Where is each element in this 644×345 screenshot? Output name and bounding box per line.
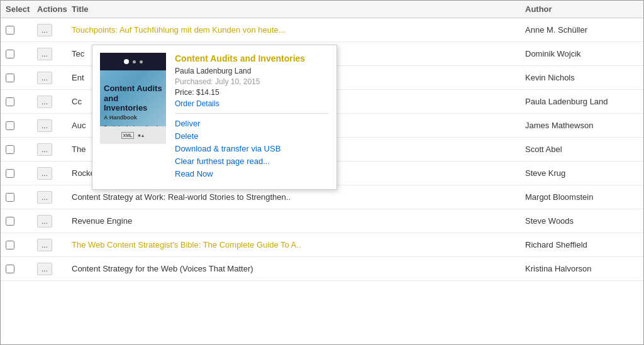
popup-author: Paula Ladenburg Land	[175, 67, 329, 75]
row-checkbox[interactable]	[6, 241, 14, 249]
table-row: ...Revenue EngineSteve Woods	[1, 209, 643, 233]
table-row: ...Touchpoints: Auf Tuchfühlung mit dem …	[1, 18, 643, 42]
actions-button[interactable]: ...	[37, 239, 52, 251]
actions-button[interactable]: ...	[37, 48, 52, 60]
title-link[interactable]: Touchpoints: Auf Tuchfühlung mit dem Kun…	[72, 25, 286, 35]
popup-book-title[interactable]: Content Audits and Inventories	[175, 53, 329, 64]
book-cover: Content Auditsand Inventories A Handbook…	[100, 53, 166, 144]
author-cell: Paula Ladenburg Land	[525, 97, 638, 106]
author-cell: Kristina Halvorson	[525, 264, 638, 273]
popup-order-details-link[interactable]: Order Details	[175, 99, 219, 108]
xml-logo: XML	[121, 132, 135, 139]
row-checkbox[interactable]	[6, 97, 14, 106]
table-row: ...Content Strategy for the Web (Voices …	[1, 257, 643, 281]
author-cell: Kevin Nichols	[525, 73, 638, 82]
dot-small-2	[140, 60, 143, 63]
popup-price: Price: $14.15	[175, 88, 329, 97]
book-table: Select Actions Title Author ...Touchpoin…	[1, 1, 643, 281]
header-title: Title	[72, 4, 525, 14]
table-row: ...The Web Content Strategist's Bible: T…	[1, 233, 643, 257]
title-text: Content Strategy for the Web (Voices Tha…	[72, 264, 253, 273]
actions-button[interactable]: ...	[37, 119, 52, 132]
actions-button[interactable]: ...	[37, 215, 52, 227]
author-cell: Dominik Wojcik	[525, 49, 638, 58]
actions-button[interactable]: ...	[37, 167, 52, 180]
book-cover-bottom: XML ■▲	[100, 126, 166, 144]
actions-button[interactable]: ...	[37, 143, 52, 156]
dot-small-1	[133, 60, 136, 63]
actions-button[interactable]: ...	[37, 263, 52, 275]
row-checkbox[interactable]	[6, 74, 14, 82]
title-text: Ent	[72, 73, 84, 82]
popup-action-delete[interactable]: Delete	[175, 131, 329, 141]
row-checkbox[interactable]	[6, 265, 14, 273]
row-checkbox[interactable]	[6, 169, 14, 178]
row-checkbox[interactable]	[6, 121, 14, 130]
title-text: Tec	[72, 49, 84, 58]
popup-action-read[interactable]: Read Now	[175, 169, 329, 178]
actions-button[interactable]: ...	[37, 96, 52, 108]
row-checkbox[interactable]	[6, 217, 14, 226]
row-checkbox[interactable]	[6, 193, 14, 202]
title-cell: The Web Content Strategist's Bible: The …	[72, 240, 525, 249]
title-text: Content Strategy at Work: Real-world Sto…	[72, 192, 291, 202]
author-cell: Richard Sheffield	[525, 240, 638, 249]
title-cell: Content Strategy for the Web (Voices Tha…	[72, 264, 525, 273]
title-cell: Content Strategy at Work: Real-world Sto…	[72, 192, 525, 202]
author-cell: Anne M. Schüller	[525, 25, 638, 35]
actions-button[interactable]: ...	[37, 191, 52, 204]
title-text: Auc	[72, 121, 86, 130]
publisher-logo: ■▲	[138, 133, 145, 138]
title-cell: Touchpoints: Auf Tuchfühlung mit dem Kun…	[72, 25, 525, 35]
actions-button[interactable]: ...	[37, 24, 52, 36]
author-cell: Scott Abel	[525, 145, 638, 154]
book-cover-top	[100, 53, 166, 70]
author-cell: Steve Woods	[525, 216, 638, 226]
row-checkbox[interactable]	[6, 26, 14, 35]
title-text: Revenue Engine	[72, 216, 132, 226]
book-cover-subtitle: A Handbook	[104, 114, 162, 122]
title-text: Cc	[72, 97, 82, 106]
header-select: Select	[6, 4, 37, 14]
title-cell: Revenue Engine	[72, 216, 525, 226]
popup-divider	[175, 113, 329, 114]
actions-button[interactable]: ...	[37, 72, 52, 84]
header-actions: Actions	[37, 4, 72, 14]
popup-action-download[interactable]: Download & transfer via USB	[175, 144, 329, 153]
book-cover-title-area: Content Auditsand Inventories A Handbook…	[100, 66, 166, 131]
row-checkbox[interactable]	[6, 50, 14, 58]
popup-action-clear[interactable]: Clear furthest page read...	[175, 156, 329, 166]
popup-info: Content Audits and Inventories Paula Lad…	[175, 53, 329, 182]
book-cover-main-title: Content Auditsand Inventories	[104, 84, 162, 113]
table-header: Select Actions Title Author	[1, 1, 643, 18]
popup-action-deliver[interactable]: Deliver	[175, 119, 329, 128]
author-cell: Margot Bloomstein	[525, 192, 638, 202]
title-link[interactable]: The Web Content Strategist's Bible: The …	[72, 240, 301, 249]
row-checkbox[interactable]	[6, 145, 14, 154]
author-cell: James Mathewson	[525, 121, 638, 130]
popup-purchased: Purchased: July 10, 2015	[175, 77, 329, 86]
author-cell: Steve Krug	[525, 168, 638, 178]
header-author: Author	[525, 4, 638, 14]
book-popup: Content Auditsand Inventories A Handbook…	[92, 45, 337, 190]
dot-large	[124, 59, 129, 64]
title-text: The	[72, 145, 86, 154]
